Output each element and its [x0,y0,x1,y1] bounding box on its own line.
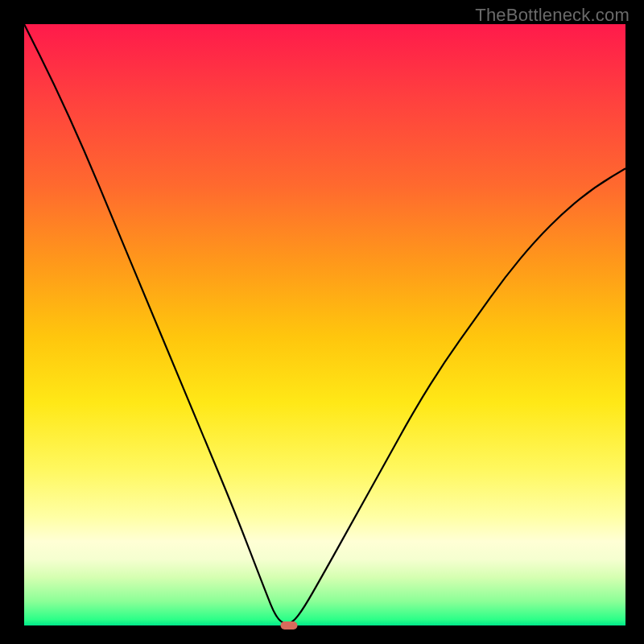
watermark-text: TheBottleneck.com [475,5,630,26]
plot-area [24,24,625,625]
bottleneck-curve-path [24,24,625,624]
minimum-marker [280,621,297,630]
bottleneck-curve-svg [24,24,625,625]
chart-container: TheBottleneck.com [0,0,644,644]
